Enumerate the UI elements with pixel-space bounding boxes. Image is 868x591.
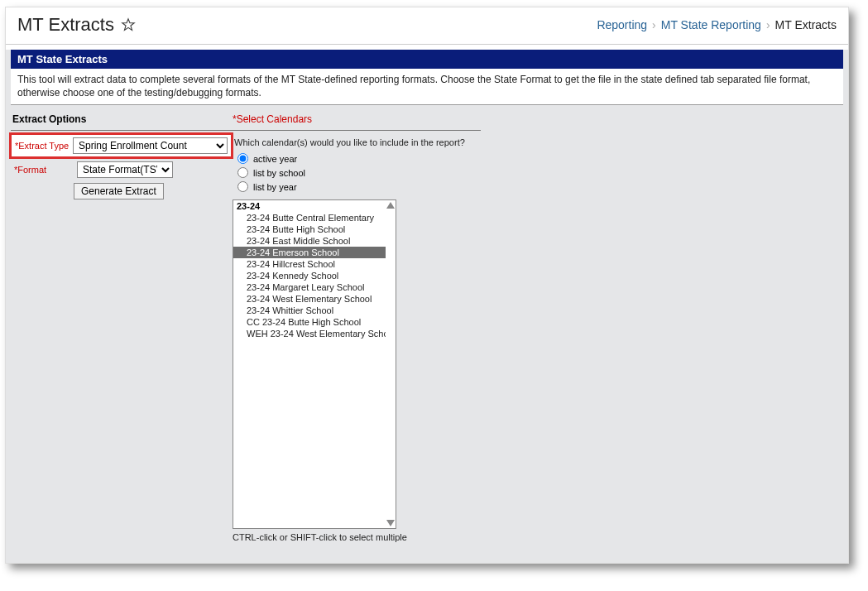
- breadcrumb-reporting[interactable]: Reporting: [597, 18, 647, 31]
- list-item[interactable]: 23-24 Hillcrest School: [233, 258, 386, 270]
- list-item[interactable]: 23-24 West Elementary School: [233, 293, 386, 305]
- radio-active-year-input[interactable]: [237, 153, 248, 164]
- breadcrumb-mt-state-reporting[interactable]: MT State Reporting: [661, 18, 761, 31]
- radio-active-year[interactable]: active year: [233, 152, 481, 166]
- list-item[interactable]: 23-24 East Middle School: [233, 235, 386, 247]
- chevron-right-icon: ›: [766, 18, 770, 31]
- extract-type-label: *Extract Type: [15, 141, 73, 151]
- svg-marker-0: [122, 19, 134, 31]
- list-item[interactable]: 23-24 Butte Central Elementary: [233, 212, 386, 223]
- highlighted-extract-type-row: *Extract Type Spring Enrollment Count: [9, 132, 233, 159]
- scroll-down-icon[interactable]: [386, 520, 395, 526]
- select-calendars-heading: *Select Calendars: [233, 112, 514, 130]
- scroll-up-icon[interactable]: [386, 202, 395, 209]
- header-bar: MT Extracts Reporting › MT State Reporti…: [6, 7, 848, 45]
- listbox-scrollbar[interactable]: [386, 200, 396, 528]
- calendar-listbox[interactable]: 23-2423-24 Butte Central Elementary23-24…: [233, 199, 396, 529]
- list-item[interactable]: 23-24 Margaret Leary School: [233, 281, 386, 293]
- radio-active-year-label: active year: [253, 154, 297, 164]
- radio-list-by-year-input[interactable]: [237, 181, 248, 192]
- list-item[interactable]: 23-24 Emerson School: [233, 247, 386, 258]
- list-item[interactable]: WEH 23-24 West Elementary School: [233, 328, 386, 339]
- list-item[interactable]: 23-24 Kennedy School: [233, 270, 386, 281]
- breadcrumb: Reporting › MT State Reporting › MT Extr…: [597, 18, 837, 31]
- radio-list-by-school[interactable]: list by school: [233, 166, 481, 180]
- generate-extract-button[interactable]: Generate Extract: [74, 183, 164, 199]
- extract-options-heading: Extract Options: [11, 112, 233, 130]
- list-item[interactable]: 23-24 Butte High School: [233, 223, 386, 235]
- radio-list-by-school-label: list by school: [253, 168, 305, 178]
- chevron-right-icon: ›: [652, 18, 656, 31]
- list-item[interactable]: 23-24 Whittier School: [233, 305, 386, 316]
- extract-type-select[interactable]: Spring Enrollment Count: [73, 137, 228, 154]
- list-item[interactable]: CC 23-24 Butte High School: [233, 316, 386, 328]
- calendar-prompt: Which calendar(s) would you like to incl…: [233, 136, 481, 152]
- format-label: *Format: [14, 165, 72, 175]
- radio-list-by-year-label: list by year: [253, 182, 297, 192]
- radio-list-by-school-input[interactable]: [237, 167, 248, 178]
- multiselect-hint: CTRL-click or SHIFT-click to select mult…: [233, 529, 481, 542]
- listbox-group: 23-24: [233, 200, 386, 212]
- format-select[interactable]: State Format(TSV): [77, 161, 173, 178]
- breadcrumb-current: MT Extracts: [775, 18, 837, 31]
- radio-list-by-year[interactable]: list by year: [233, 180, 481, 195]
- section-bar: MT State Extracts: [11, 50, 843, 69]
- section-description: This tool will extract data to complete …: [11, 69, 843, 105]
- favorite-star-icon[interactable]: [121, 17, 136, 32]
- page-title: MT Extracts: [17, 14, 114, 36]
- content-panel: MT State Extracts This tool will extract…: [6, 50, 848, 563]
